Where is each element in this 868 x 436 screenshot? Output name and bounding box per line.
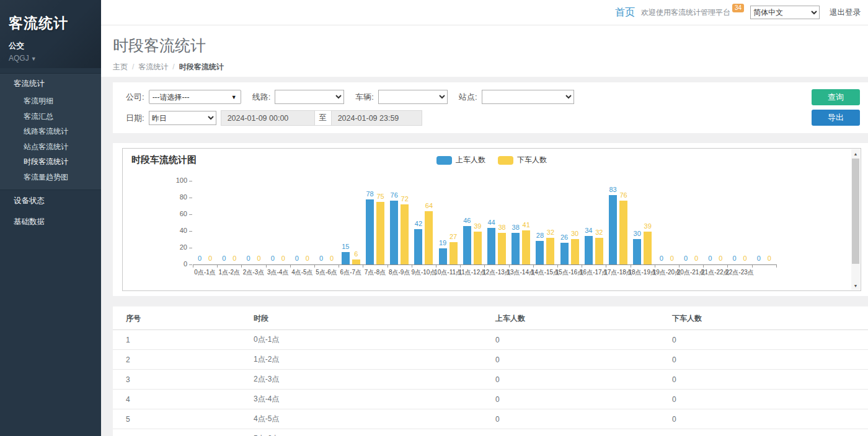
chart-plot: 020406080100000点-1点001点-2点002点-3点003点-4点… (123, 149, 861, 290)
column-header-时段: 时段 (254, 307, 495, 330)
bar-value-label: 0 (708, 255, 712, 262)
sidebar-item-站点客流统计[interactable]: 站点客流统计 (0, 139, 101, 155)
company-filter: 公司: ---请选择--- ▼ (126, 90, 241, 104)
bar-value-label: 0 (246, 255, 250, 262)
bar-value-label: 28 (536, 232, 544, 239)
sidebar-menu: 客流统计 客流明细客流汇总线路客流统计站点客流统计时段客流统计客流量趋势图 设备… (0, 73, 101, 232)
bar-value-label: 32 (595, 229, 603, 236)
breadcrumb-separator: / (128, 63, 138, 71)
bar-上车人数-14点-15点 (536, 241, 544, 264)
bar-下车人数-9点-10点 (425, 211, 433, 264)
language-select[interactable]: 简体中文 (750, 6, 820, 19)
date-end-input[interactable]: 2024-01-09 23:59 (331, 110, 422, 126)
station-select[interactable] (482, 90, 574, 104)
bar-value-label: 0 (281, 255, 285, 262)
bar-上车人数-8点-9点 (390, 201, 398, 264)
x-axis-label: 22点-23点 (725, 268, 754, 277)
table-cell: 0 (495, 429, 672, 436)
table-body: 10点-1点0021点-2点0032点-3点0043点-4点0054点-5点00… (113, 330, 868, 436)
date-preset-select[interactable]: 昨日 (149, 111, 216, 125)
x-axis-tick (582, 265, 582, 268)
x-axis-tick (509, 265, 510, 268)
sidebar-item-客流量趋势图[interactable]: 客流量趋势图 (0, 170, 101, 185)
main-area: 首页 欢迎使用客流统计管理平台 34 简体中文 退出登录 时段客流统计 主页/客… (101, 0, 868, 436)
bar-value-label: 30 (634, 230, 641, 237)
scroll-down-icon[interactable]: ▼ (851, 281, 860, 290)
x-axis-label: 6点-7点 (340, 268, 361, 277)
line-select[interactable] (275, 90, 344, 104)
logout-link[interactable]: 退出登录 (830, 7, 861, 18)
bar-value-label: 83 (609, 186, 616, 193)
chart-panel: 时段车流统计图 上车人数下车人数 020406080100000点-1点001点… (113, 143, 868, 296)
x-axis-tick (363, 265, 363, 268)
sidebar-item-设备状态[interactable]: 设备状态 (0, 190, 101, 211)
breadcrumb-link[interactable]: 客流统计 (138, 63, 168, 71)
bar-上车人数-11点-12点 (463, 226, 471, 264)
x-axis-tick (679, 265, 680, 268)
bar-value-label: 19 (439, 239, 446, 246)
y-axis-tick-label: 100 (161, 177, 187, 184)
scroll-up-icon[interactable]: ▲ (851, 149, 860, 158)
line-label: 线路: (252, 92, 271, 103)
y-axis-tick (189, 231, 192, 232)
x-axis-label: 1点-2点 (219, 268, 240, 277)
company-select[interactable]: ---请选择--- (149, 90, 241, 104)
y-axis-tick (189, 198, 192, 198)
table-row: 21点-2点00 (113, 350, 868, 370)
table-row: 65点-6点00 (113, 429, 868, 436)
x-axis-label: 5点-6点 (316, 268, 337, 277)
sidebar-section-passenger-stats[interactable]: 客流统计 (0, 74, 101, 94)
bar-value-label: 30 (571, 230, 578, 237)
breadcrumb: 主页/客流统计/时段客流统计 (113, 62, 868, 72)
bar-value-label: 0 (660, 255, 663, 262)
bar-下车人数-7点-8点 (376, 202, 384, 264)
menu-group-passenger-stats: 客流统计 客流明细客流汇总线路客流统计站点客流统计时段客流统计客流量趋势图 (0, 73, 101, 190)
vehicle-filter: 车辆: (355, 90, 448, 104)
table-row: 43点-4点00 (113, 390, 868, 409)
x-axis-tick (339, 265, 339, 268)
table-cell: 5点-6点 (254, 429, 495, 436)
bar-value-label: 0 (694, 255, 698, 262)
sidebar-item-客流明细[interactable]: 客流明细 (0, 94, 101, 109)
x-axis-tick (776, 265, 777, 268)
sidebar-item-线路客流统计[interactable]: 线路客流统计 (0, 124, 101, 139)
table-header-row: 序号时段上车人数下车人数 (113, 307, 868, 330)
table-cell: 0 (495, 350, 672, 370)
bar-value-label: 0 (198, 255, 202, 262)
query-button[interactable]: 查询 (812, 89, 860, 105)
table-cell: 3 (113, 370, 254, 390)
date-start-input[interactable]: 2024-01-09 00:00 (221, 110, 315, 126)
scrollbar-thumb[interactable] (852, 159, 859, 264)
bar-上车人数-6点-7点 (342, 252, 350, 264)
x-axis-tick (266, 265, 267, 268)
bar-value-label: 0 (330, 255, 334, 262)
sidebar-item-客流汇总[interactable]: 客流汇总 (0, 109, 101, 124)
bar-下车人数-18点-19点 (644, 232, 652, 264)
x-axis-label: 9点-10点 (411, 268, 436, 277)
bar-value-label: 0 (684, 255, 688, 262)
table-cell: 0 (672, 429, 868, 436)
chart-scrollbar: ▲ ▼ (851, 149, 860, 290)
station-filter: 站点: (459, 90, 574, 104)
table-row: 54点-5点00 (113, 409, 868, 429)
y-axis-tick-label: 40 (161, 227, 187, 234)
bar-下车人数-14点-15点 (546, 238, 554, 264)
export-button[interactable]: 导出 (812, 110, 860, 126)
breadcrumb-link[interactable]: 主页 (113, 63, 128, 71)
sidebar-item-基础数据[interactable]: 基础数据 (0, 211, 101, 232)
bar-value-label: 0 (306, 255, 309, 262)
bar-value-label: 44 (487, 219, 495, 226)
date-label: 日期: (126, 113, 144, 124)
table-cell: 0 (672, 330, 868, 350)
home-link[interactable]: 首页 (615, 6, 635, 19)
bar-value-label: 0 (232, 255, 236, 262)
x-axis-tick (460, 265, 461, 268)
sidebar-item-时段客流统计[interactable]: 时段客流统计 (0, 154, 101, 170)
table-cell: 0 (672, 409, 868, 429)
filter-panel: 公司: ---请选择--- ▼ 线路: 车辆: (113, 82, 868, 133)
org-selector[interactable]: AQGJ▼ (9, 54, 92, 63)
vehicle-select[interactable] (378, 90, 448, 104)
bar-value-label: 72 (401, 195, 409, 203)
table-row: 10点-1点00 (113, 330, 868, 350)
table-cell: 0 (495, 390, 672, 409)
